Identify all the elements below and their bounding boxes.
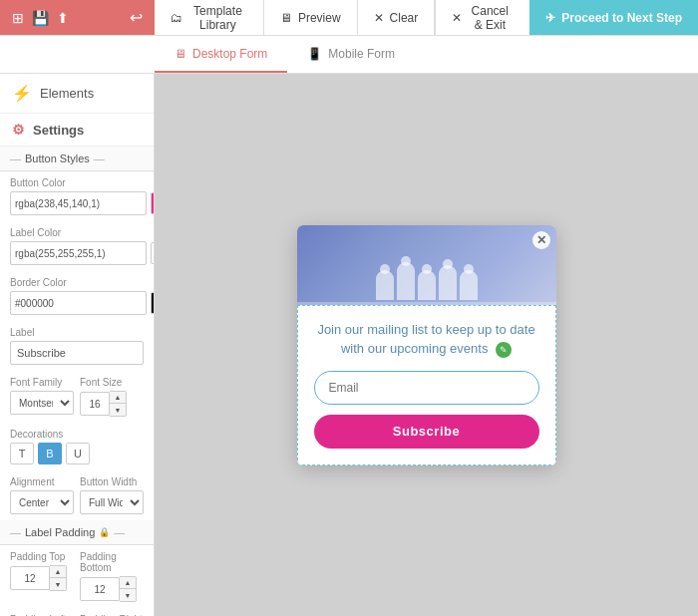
alignment-label: Alignment (10, 476, 74, 487)
border-color-group: Border Color (0, 271, 154, 321)
toolbar-center: 🗂 Template Library 🖥 Preview ✕ Clear ✕ C… (155, 0, 529, 35)
sidebar: ⚡ Elements ⚙ Settings Button Styles Butt… (0, 74, 155, 616)
button-color-input[interactable] (10, 191, 147, 215)
padding-bottom-down[interactable]: ▼ (120, 589, 136, 601)
modal-header-image: ✕ (297, 225, 556, 305)
subscribe-button[interactable]: Subscribe (314, 415, 539, 449)
label-padding-section: Label Padding 🔒 (0, 520, 154, 545)
clear-button[interactable]: ✕ Clear (358, 0, 436, 35)
settings-header: ⚙ Settings (0, 114, 154, 147)
form-type-tabs: 🖥 Desktop Form 📱 Mobile Form (0, 36, 698, 74)
person-2 (397, 262, 415, 300)
padding-top-down[interactable]: ▼ (50, 578, 66, 590)
preview-button[interactable]: 🖥 Preview (264, 0, 358, 35)
cancel-exit-button[interactable]: ✕ Cancel & Exit (435, 0, 529, 35)
canvas-area: ✕ Join our mailing list to keep up to da… (155, 74, 698, 616)
padding-bottom-input[interactable] (80, 577, 120, 601)
font-size-input[interactable] (80, 392, 110, 416)
button-color-group: Button Color (0, 171, 154, 221)
font-size-up[interactable]: ▲ (110, 392, 126, 404)
padding-bottom-label: Padding Bottom (80, 551, 144, 573)
button-width-select[interactable]: Full Width (80, 490, 144, 514)
padding-lr-group: Padding Left ▲ ▼ Padding Right ▲ (0, 608, 154, 616)
label-field-label: Label (10, 327, 144, 338)
border-color-input[interactable] (10, 291, 147, 315)
template-icon: 🗂 (171, 11, 182, 25)
save-icon[interactable]: 💾 (32, 10, 49, 26)
font-size-label: Font Size (80, 377, 144, 388)
x-icon: ✕ (452, 11, 462, 25)
font-family-label: Font Family (10, 377, 74, 388)
person-3 (418, 270, 436, 300)
padding-top-up[interactable]: ▲ (50, 566, 66, 578)
font-family-select[interactable]: Montserrat (10, 391, 74, 415)
button-color-label: Button Color (10, 177, 144, 188)
person-5 (460, 270, 478, 300)
decorations-label: Decorations (10, 429, 144, 440)
modal-close-button[interactable]: ✕ (532, 231, 550, 249)
deco-t-button[interactable]: T (10, 443, 34, 464)
align-width-group: Alignment Center Button Width Full Width (0, 470, 154, 520)
grid-icon[interactable]: ⊞ (12, 10, 24, 26)
people-illustration (376, 262, 478, 300)
alignment-select[interactable]: Center (10, 490, 74, 514)
label-color-label: Label Color (10, 227, 144, 238)
desktop-icon: 🖥 (174, 47, 186, 61)
clear-icon: ✕ (374, 11, 384, 25)
border-color-label: Border Color (10, 277, 144, 288)
padding-bottom-up[interactable]: ▲ (120, 577, 136, 589)
form-modal: ✕ Join our mailing list to keep up to da… (297, 225, 556, 465)
decorations-group: Decorations T B U (0, 423, 154, 470)
deco-b-button[interactable]: B (38, 443, 62, 464)
mobile-icon: 📱 (307, 47, 322, 61)
lightning-icon: ⚡ (12, 84, 32, 103)
label-input[interactable] (10, 341, 144, 365)
modal-heading-text: Join our mailing list to keep up to date… (314, 320, 539, 359)
monitor-icon: 🖥 (280, 11, 292, 25)
padding-top-input[interactable] (10, 566, 50, 590)
undo-button[interactable]: ↩ (130, 8, 143, 27)
person-4 (439, 265, 457, 300)
edit-text-icon[interactable]: ✎ (496, 342, 512, 358)
main-toolbar: ⊞ 💾 ⬆ ↩ 🗂 Template Library 🖥 Preview ✕ C… (0, 0, 698, 36)
button-width-label: Button Width (80, 476, 144, 487)
font-size-down[interactable]: ▼ (110, 404, 126, 416)
elements-header: ⚡ Elements (0, 74, 154, 114)
toolbar-left: ⊞ 💾 ⬆ ↩ (0, 0, 155, 35)
button-styles-section: Button Styles (0, 147, 154, 171)
email-input[interactable] (314, 371, 539, 405)
modal-body: Join our mailing list to keep up to date… (297, 305, 556, 465)
export-icon[interactable]: ⬆ (57, 10, 69, 26)
label-color-input[interactable] (10, 241, 147, 265)
padding-top-label: Padding Top (10, 551, 74, 562)
person-1 (376, 270, 394, 300)
info-icon: 🔒 (99, 527, 110, 537)
main-layout: ⚡ Elements ⚙ Settings Button Styles Butt… (0, 74, 698, 616)
proceed-button[interactable]: ✈ Proceed to Next Step (529, 0, 698, 35)
font-group: Font Family Montserrat Font Size ▲ ▼ (0, 371, 154, 423)
template-library-button[interactable]: 🗂 Template Library (155, 0, 264, 35)
arrow-icon: ✈ (545, 11, 555, 25)
tab-desktop-form[interactable]: 🖥 Desktop Form (155, 36, 287, 73)
label-group: Label (0, 321, 154, 371)
label-color-group: Label Color (0, 221, 154, 271)
tab-mobile-form[interactable]: 📱 Mobile Form (287, 36, 415, 73)
gear-icon: ⚙ (12, 122, 25, 138)
padding-tb-group: Padding Top ▲ ▼ Padding Bottom ▲ (0, 545, 154, 608)
deco-u-button[interactable]: U (66, 443, 90, 464)
